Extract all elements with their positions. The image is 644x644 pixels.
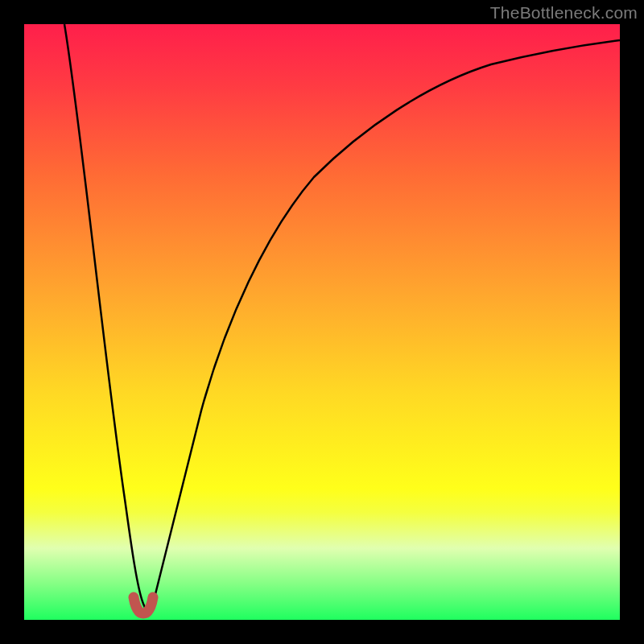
plot-area — [24, 24, 620, 620]
watermark-text: TheBottleneck.com — [490, 3, 638, 23]
chart-frame: TheBottleneck.com — [0, 0, 644, 644]
bottleneck-curve — [64, 24, 620, 611]
curve-layer — [24, 24, 620, 620]
